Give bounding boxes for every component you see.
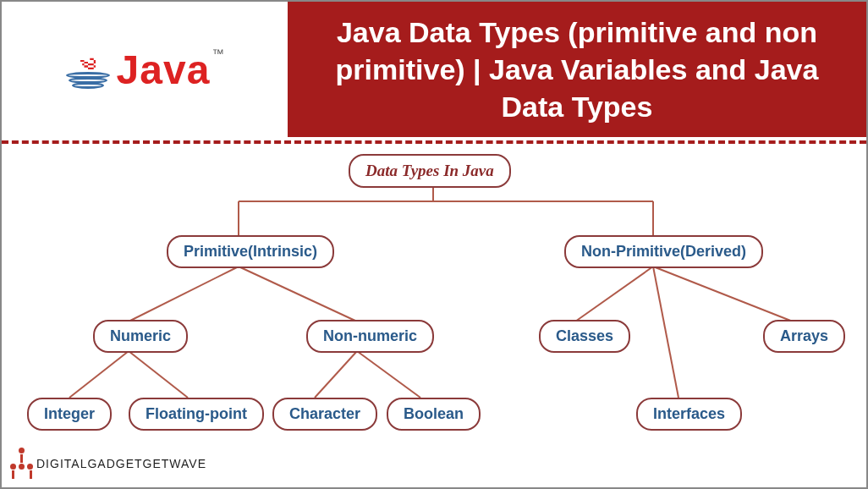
node-primitive: Primitive(Intrinsic) bbox=[167, 235, 334, 268]
header: ༄ Java™ Java Data Types (primitive and n… bbox=[2, 2, 866, 137]
svg-line-5 bbox=[239, 266, 357, 321]
node-integer: Integer bbox=[27, 398, 112, 431]
svg-line-9 bbox=[357, 351, 420, 398]
svg-line-7 bbox=[129, 351, 188, 398]
java-logo-area: ༄ Java™ bbox=[2, 2, 288, 137]
svg-line-8 bbox=[315, 351, 357, 398]
node-classes: Classes bbox=[539, 320, 630, 353]
node-root: Data Types In Java bbox=[349, 154, 511, 188]
svg-line-4 bbox=[129, 266, 239, 321]
node-character: Character bbox=[272, 398, 377, 431]
java-cup-icon: ༄ bbox=[66, 50, 110, 89]
watermark-text: DIGITALGADGETGETWAVE bbox=[36, 457, 206, 470]
connector-lines bbox=[2, 144, 866, 482]
trademark: ™ bbox=[212, 47, 223, 60]
steam-icon: ༄ bbox=[80, 55, 96, 79]
svg-line-6 bbox=[69, 351, 129, 398]
java-wordmark: Java™ bbox=[117, 47, 224, 93]
svg-line-11 bbox=[653, 266, 678, 398]
watermark-icon bbox=[10, 448, 33, 479]
title-banner: Java Data Types (primitive and non primi… bbox=[288, 2, 866, 137]
watermark: DIGITALGADGETGETWAVE bbox=[10, 448, 206, 479]
node-nonnumeric: Non-numeric bbox=[306, 320, 434, 353]
node-interfaces: Interfaces bbox=[636, 398, 742, 431]
svg-line-10 bbox=[575, 266, 653, 321]
node-nonprimitive: Non-Primitive(Derived) bbox=[564, 235, 763, 268]
hierarchy-diagram: Data Types In Java Primitive(Intrinsic) … bbox=[2, 144, 866, 482]
node-boolean: Boolean bbox=[387, 398, 481, 431]
node-arrays: Arrays bbox=[763, 320, 845, 353]
node-numeric: Numeric bbox=[93, 320, 188, 353]
svg-line-12 bbox=[653, 266, 793, 321]
java-text: Java bbox=[117, 47, 211, 92]
node-floating: Floating-point bbox=[129, 398, 264, 431]
